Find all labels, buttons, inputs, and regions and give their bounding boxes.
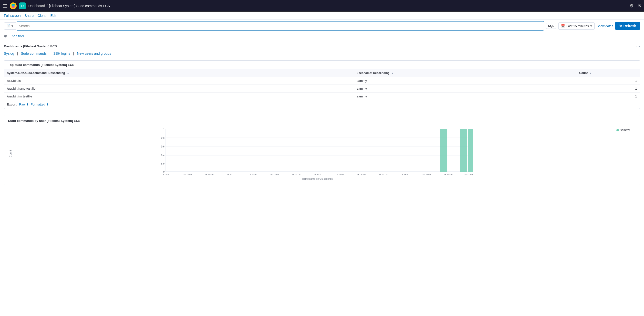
time-label: Last 15 minutes	[566, 24, 589, 28]
svg-text:15:30:00: 15:30:00	[444, 174, 452, 176]
cell-count-0: 1	[576, 77, 640, 85]
cell-count-1: 1	[576, 85, 640, 92]
filter-row: ⊕ + Add filter	[0, 32, 644, 40]
share-button[interactable]: Share	[24, 14, 34, 18]
dashboard-title-row: Dashboards [Filebeat System] ECS ⋯	[4, 44, 640, 48]
legend-dot-sammy	[616, 129, 619, 132]
svg-text:0.6: 0.6	[161, 145, 164, 148]
chart-bar-2	[460, 129, 467, 172]
search-input[interactable]	[19, 24, 542, 28]
svg-text:0.8: 0.8	[161, 136, 164, 139]
chart-svg: 1 0.8 0.6 0.4 0.2 0 15:17:00 15:18:00	[16, 126, 614, 180]
export-formatted-button[interactable]: Formatted ⬇	[31, 102, 48, 106]
export-row: Export: Raw ⬇ Formatted ⬇	[4, 100, 640, 109]
nav-link-users[interactable]: New users and groups	[74, 52, 114, 56]
table-row: /usr/bin/nano testfile sammy 1	[4, 85, 640, 92]
panel-header: Top sudo commands [Filebeat System] ECS	[4, 60, 640, 69]
refresh-label: Refresh	[624, 24, 636, 28]
search-area: 📄 ▾	[4, 21, 544, 30]
edit-button[interactable]: Edit	[50, 14, 56, 18]
search-type-dropdown[interactable]: 📄 ▾	[4, 22, 16, 30]
svg-text:1: 1	[163, 128, 164, 130]
sort-icon-user: ▲	[391, 72, 394, 74]
hamburger-menu[interactable]	[3, 4, 7, 8]
show-dates-button[interactable]: Show dates	[597, 24, 613, 28]
full-screen-button[interactable]: Full screen	[4, 14, 20, 18]
chevron-down-icon: ▾	[12, 24, 13, 28]
svg-text:15:27:00: 15:27:00	[379, 174, 387, 176]
sort-icon-count: ▲	[590, 72, 592, 74]
cell-user-2: sammy	[354, 92, 576, 100]
dashboard-section: Dashboards [Filebeat System] ECS ⋯ Syslo…	[0, 40, 644, 185]
breadcrumb: Dashboard / [Filebeat System] Sudo comma…	[28, 4, 627, 8]
add-filter-button[interactable]: + Add filter	[9, 34, 24, 38]
breadcrumb-sep: /	[47, 4, 48, 8]
col-header-command[interactable]: system.auth.sudo.command: Descending ▲	[4, 69, 354, 77]
svg-text:15:17:00: 15:17:00	[161, 174, 170, 176]
svg-text:15:29:00: 15:29:00	[422, 174, 431, 176]
svg-text:15:25:00: 15:25:00	[335, 174, 344, 176]
table-row: /usr/bin/ls sammy 1	[4, 77, 640, 85]
chart-bar-3	[468, 129, 473, 172]
dashboard-section-title: Dashboards [Filebeat System] ECS	[4, 44, 57, 48]
cell-command-0: /usr/bin/ls	[4, 77, 354, 85]
chart-panel: Sudo commands by user [Filebeat System] …	[4, 115, 640, 185]
top-table-panel: Top sudo commands [Filebeat System] ECS …	[4, 60, 640, 109]
elastic-logo	[10, 2, 16, 9]
calendar-icon: 📅	[561, 24, 565, 28]
dashboard-nav: Syslog | Sudo commands | SSH logins | Ne…	[4, 52, 640, 56]
col-header-user[interactable]: user.name: Descending ▲	[354, 69, 576, 77]
chart-area: Count 1 0.8 0.6 0.4 0.2	[8, 126, 636, 181]
svg-text:15:19:00: 15:19:00	[205, 174, 213, 176]
search-input-wrap	[17, 21, 544, 30]
download-icon-raw: ⬇	[26, 103, 29, 106]
chart-bar-1	[440, 129, 447, 172]
svg-text:0: 0	[163, 170, 164, 173]
filter-icon[interactable]: ⊕	[4, 34, 7, 38]
time-picker-button[interactable]: 📅 Last 15 minutes ▾	[558, 22, 595, 30]
breadcrumb-current: [Filebeat System] Sudo commands ECS	[49, 4, 110, 8]
svg-text:15:21:00: 15:21:00	[248, 174, 257, 176]
panel-body: system.auth.sudo.command: Descending ▲ u…	[4, 69, 640, 109]
top-nav: D Dashboard / [Filebeat System] Sudo com…	[0, 0, 644, 12]
table-row: /usr/bin/rm testfile sammy 1	[4, 92, 640, 100]
breadcrumb-home[interactable]: Dashboard	[28, 4, 45, 8]
refresh-icon: ↻	[619, 24, 622, 28]
svg-text:15:18:00: 15:18:00	[183, 174, 192, 176]
svg-text:15:20:00: 15:20:00	[226, 174, 235, 176]
nav-link-sudo[interactable]: Sudo commands	[18, 52, 50, 56]
panel-menu-icon[interactable]: ⋯	[636, 44, 640, 48]
legend-label-sammy: sammy	[620, 128, 630, 132]
svg-text:15:23:00: 15:23:00	[292, 174, 300, 176]
chart-legend: sammy	[616, 126, 636, 181]
app-icon: D	[19, 2, 26, 9]
svg-text:@timestamp per 30 seconds: @timestamp per 30 seconds	[302, 178, 332, 180]
kql-badge[interactable]: KQL	[546, 23, 556, 29]
col-header-count[interactable]: Count ▲	[576, 69, 640, 77]
nav-link-syslog[interactable]: Syslog	[4, 52, 17, 56]
sudo-commands-table: system.auth.sudo.command: Descending ▲ u…	[4, 69, 640, 100]
nav-link-ssh[interactable]: SSH logins	[50, 52, 73, 56]
time-chevron-icon: ▾	[590, 24, 592, 28]
cell-command-1: /usr/bin/nano testfile	[4, 85, 354, 92]
legend-item-sammy: sammy	[616, 128, 636, 132]
export-raw-button[interactable]: Raw ⬇	[19, 102, 29, 106]
clone-button[interactable]: Clone	[38, 14, 47, 18]
cell-user-0: sammy	[354, 77, 576, 85]
action-bar: Full screen Share Clone Edit	[0, 12, 644, 20]
search-type-icon: 📄	[6, 24, 10, 28]
filter-bar: 📄 ▾ KQL 📅 Last 15 minutes ▾ Show dates ↻…	[0, 20, 644, 32]
mail-icon[interactable]: ✉	[638, 3, 641, 8]
chart-wrapper: 1 0.8 0.6 0.4 0.2 0 15:17:00 15:18:00	[16, 126, 614, 181]
svg-text:15:31:00: 15:31:00	[464, 174, 472, 176]
svg-text:0.2: 0.2	[161, 163, 164, 166]
svg-text:0.4: 0.4	[161, 154, 164, 157]
refresh-button[interactable]: ↻ Refresh	[615, 22, 640, 30]
settings-icon[interactable]: ⚙	[630, 3, 634, 8]
export-label: Export:	[7, 102, 17, 106]
chart-y-label: Count	[8, 126, 13, 181]
chart-title: Sudo commands by user [Filebeat System] …	[8, 119, 636, 122]
cell-command-2: /usr/bin/rm testfile	[4, 92, 354, 100]
nav-icons: ⚙ ✉	[630, 3, 641, 8]
sort-icon-command: ▲	[67, 72, 69, 74]
